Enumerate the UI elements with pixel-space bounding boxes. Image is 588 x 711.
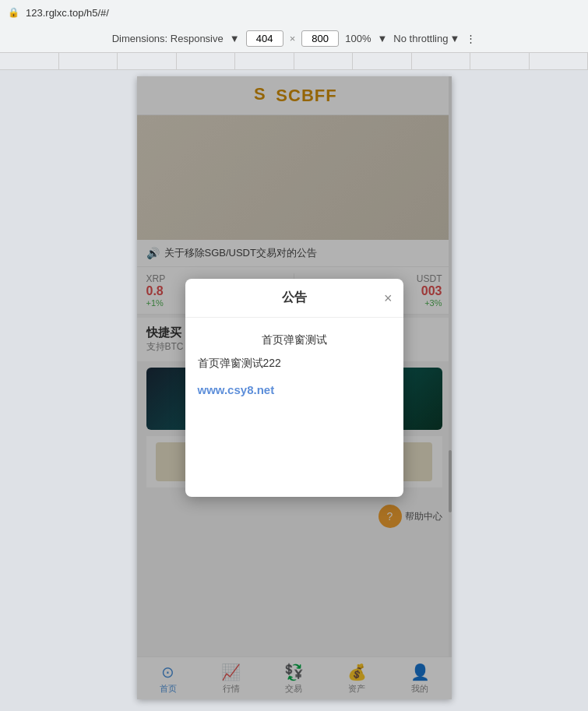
seg-10 (530, 53, 589, 69)
throttle-button[interactable]: No throttling ▼ (393, 33, 459, 44)
mobile-frame: S SCBFF 🔊 关于移除SGB/USDT交易对的公告 XRP 0.8 +1%… (137, 76, 452, 699)
seg-5 (235, 53, 294, 69)
seg-2 (59, 53, 118, 69)
dimensions-label: Dimensions: Responsive (112, 33, 224, 44)
url-bar[interactable]: 123.rglxc.top/h5/#/ (26, 7, 109, 19)
seg-9 (470, 53, 530, 69)
zoom-dropdown-icon[interactable]: ▼ (377, 33, 387, 44)
modal-overlay[interactable]: 公告 × 首页弹窗测试 首页弹窗测试222 www.csy8.net (137, 76, 452, 699)
modal-subtitle: 首页弹窗测试 (198, 333, 391, 347)
seg-1 (0, 53, 59, 69)
modal-dialog: 公告 × 首页弹窗测试 首页弹窗测试222 www.csy8.net (185, 279, 403, 497)
dropdown-icon[interactable]: ▼ (230, 33, 240, 44)
seg-8 (412, 53, 471, 69)
lock-icon: 🔒 (8, 7, 19, 18)
modal-link[interactable]: www.csy8.net (198, 383, 275, 396)
browser-toolbar: Dimensions: Responsive ▼ × 100% ▼ No thr… (0, 25, 588, 53)
browser-chrome: 🔒 123.rglxc.top/h5/#/ Dimensions: Respon… (0, 0, 588, 70)
height-input[interactable] (301, 30, 339, 47)
more-options-button[interactable]: ⋮ (466, 33, 476, 44)
seg-6 (294, 53, 354, 69)
device-toolbar (0, 53, 588, 70)
modal-body: 首页弹窗测试 首页弹窗测试222 www.csy8.net (185, 318, 403, 413)
seg-4 (177, 53, 236, 69)
modal-header: 公告 × (185, 279, 403, 318)
modal-content-text: 首页弹窗测试222 (198, 357, 391, 371)
modal-title: 公告 (282, 290, 307, 306)
seg-3 (118, 53, 177, 69)
times-separator: × (290, 33, 296, 44)
modal-close-button[interactable]: × (384, 290, 393, 306)
seg-7 (353, 53, 412, 69)
title-bar: 🔒 123.rglxc.top/h5/#/ (0, 0, 588, 25)
width-input[interactable] (246, 30, 283, 47)
zoom-label: 100% (345, 33, 371, 44)
page-wrapper: S SCBFF 🔊 关于移除SGB/USDT交易对的公告 XRP 0.8 +1%… (0, 70, 588, 711)
